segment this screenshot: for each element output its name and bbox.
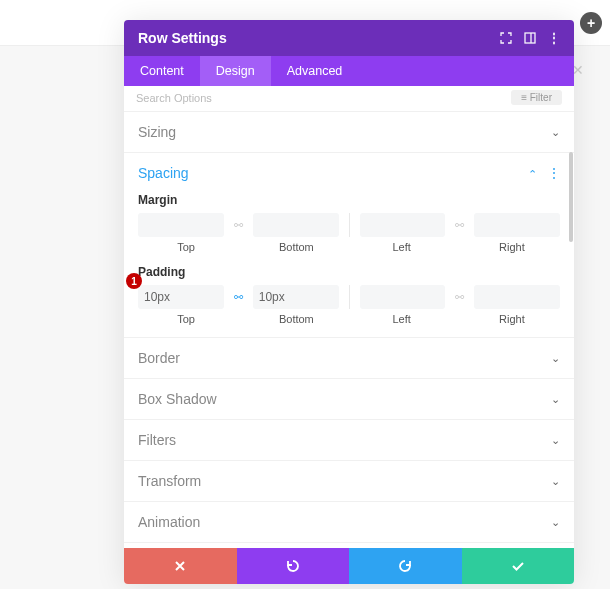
padding-bottom-input[interactable]: 10px — [253, 285, 339, 309]
section-filters[interactable]: Filters ⌄ — [124, 420, 574, 461]
chevron-down-icon: ⌄ — [551, 475, 560, 488]
section-sizing-title: Sizing — [138, 124, 176, 140]
margin-right-input[interactable] — [474, 213, 560, 237]
add-module-button[interactable]: + — [580, 12, 602, 34]
side-label-left: Left — [354, 313, 450, 325]
save-button[interactable] — [462, 548, 575, 584]
cancel-button[interactable] — [124, 548, 237, 584]
link-icon[interactable]: ⚯ — [230, 291, 247, 304]
side-label-top: Top — [138, 313, 234, 325]
annotation-callout-1: 1 — [126, 273, 142, 289]
scrollbar-thumb[interactable] — [569, 152, 573, 242]
margin-group: Margin ⚯ ⚯ Top Bottom Left — [138, 193, 560, 253]
section-border-title: Border — [138, 350, 180, 366]
side-label-top: Top — [138, 241, 234, 253]
chevron-up-icon[interactable]: ⌃ — [528, 168, 537, 180]
padding-left-input[interactable] — [360, 285, 446, 309]
modal-header: Row Settings ⋮ — [124, 20, 574, 56]
padding-top-input[interactable]: 10px — [138, 285, 224, 309]
section-sizing[interactable]: Sizing ⌄ — [124, 112, 574, 153]
link-icon[interactable]: ⚯ — [451, 291, 468, 304]
chevron-down-icon: ⌄ — [551, 434, 560, 447]
padding-right-input[interactable] — [474, 285, 560, 309]
chevron-down-icon: ⌄ — [551, 393, 560, 406]
row-settings-modal: Row Settings ⋮ Content Design Advanced S… — [124, 20, 574, 584]
help-link[interactable]: ?Help — [124, 543, 574, 548]
link-icon[interactable]: ⚯ — [230, 219, 247, 232]
filter-button[interactable]: ≡ Filter — [511, 90, 562, 105]
section-box-shadow[interactable]: Box Shadow ⌄ — [124, 379, 574, 420]
tab-advanced[interactable]: Advanced — [271, 56, 359, 86]
side-label-bottom: Bottom — [248, 241, 344, 253]
tab-design[interactable]: Design — [200, 56, 271, 86]
modal-tabs: Content Design Advanced — [124, 56, 574, 86]
section-transform-title: Transform — [138, 473, 201, 489]
section-transform[interactable]: Transform ⌄ — [124, 461, 574, 502]
side-label-bottom: Bottom — [248, 313, 344, 325]
section-menu-icon[interactable]: ⋮ — [547, 165, 560, 181]
margin-left-input[interactable] — [360, 213, 446, 237]
side-label-left: Left — [354, 241, 450, 253]
snap-icon[interactable] — [524, 32, 536, 44]
search-options-bar: Search Options ≡ Filter — [124, 86, 574, 112]
divider — [349, 285, 350, 309]
svg-rect-0 — [525, 33, 535, 43]
side-label-right: Right — [464, 241, 560, 253]
undo-button[interactable] — [237, 548, 350, 584]
chevron-down-icon: ⌄ — [551, 516, 560, 529]
modal-body: Search Options ≡ Filter Sizing ⌄ Spacing… — [124, 86, 574, 548]
link-icon[interactable]: ⚯ — [451, 219, 468, 232]
tab-content[interactable]: Content — [124, 56, 200, 86]
redo-button[interactable] — [349, 548, 462, 584]
margin-label: Margin — [138, 193, 560, 207]
chevron-down-icon: ⌄ — [551, 126, 560, 139]
divider — [349, 213, 350, 237]
padding-label: Padding — [138, 265, 560, 279]
modal-footer — [124, 548, 574, 584]
margin-bottom-input[interactable] — [253, 213, 339, 237]
section-spacing-title[interactable]: Spacing — [138, 165, 189, 181]
modal-close-outside[interactable]: ✕ — [572, 62, 586, 76]
search-options-label: Search Options — [136, 92, 212, 104]
margin-top-input[interactable] — [138, 213, 224, 237]
padding-group: Padding 10px ⚯ 10px ⚯ Top Bottom Left — [138, 265, 560, 325]
modal-title: Row Settings — [138, 30, 227, 46]
section-animation[interactable]: Animation ⌄ — [124, 502, 574, 543]
section-animation-title: Animation — [138, 514, 200, 530]
chevron-down-icon: ⌄ — [551, 352, 560, 365]
section-spacing: Spacing ⌃ ⋮ Margin ⚯ ⚯ Top — [124, 153, 574, 338]
expand-icon[interactable] — [500, 32, 512, 44]
section-boxshadow-title: Box Shadow — [138, 391, 217, 407]
menu-icon[interactable]: ⋮ — [548, 31, 560, 45]
section-border[interactable]: Border ⌄ — [124, 338, 574, 379]
side-label-right: Right — [464, 313, 560, 325]
section-filters-title: Filters — [138, 432, 176, 448]
